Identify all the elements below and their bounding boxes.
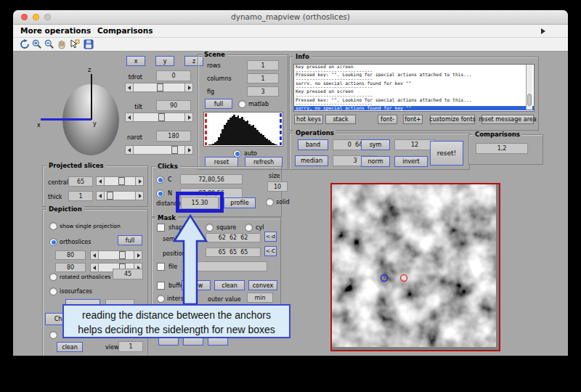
convex-button[interactable]: convex — [248, 280, 277, 290]
click-c-radio[interactable] — [156, 176, 164, 184]
view-number-field[interactable]: 1 — [118, 341, 143, 352]
high-threshold-marker[interactable] — [280, 113, 282, 145]
slider-thumb[interactable] — [118, 177, 125, 185]
profile-button[interactable]: profile — [224, 197, 256, 208]
font-smaller-button[interactable]: font- — [378, 115, 397, 124]
save-icon[interactable] — [84, 39, 94, 49]
reset-message-area-button[interactable]: reset message area — [482, 115, 534, 124]
orthoslices-radio[interactable] — [49, 238, 57, 246]
slider-thumb[interactable] — [158, 113, 165, 121]
narot-slider[interactable] — [125, 145, 193, 155]
size-field[interactable]: 10 — [267, 181, 288, 192]
zoom-out-icon[interactable] — [44, 39, 54, 49]
slider-left-arrow-icon[interactable] — [125, 113, 134, 122]
single-projection-radio[interactable] — [49, 222, 57, 230]
data-cursor-icon[interactable] — [70, 39, 80, 49]
axis-x-button[interactable]: x — [126, 56, 145, 66]
axis-y-button[interactable]: y — [155, 56, 174, 66]
cyl-radio[interactable] — [245, 224, 253, 232]
median-button[interactable]: median — [295, 155, 328, 166]
thick-slider[interactable] — [96, 191, 144, 200]
hot-keys-button[interactable]: hot keys — [294, 115, 323, 124]
norm-button[interactable]: norm — [361, 156, 390, 167]
slider-thumb[interactable] — [107, 192, 113, 200]
slider-left-arrow-icon[interactable] — [90, 263, 99, 272]
slider-right-arrow-icon[interactable] — [184, 145, 193, 155]
intersect-radio[interactable] — [157, 295, 165, 303]
thick-field[interactable]: 1 — [68, 191, 93, 201]
rows-field[interactable]: 1 — [247, 60, 279, 70]
rotate-3d-icon[interactable] — [20, 39, 30, 49]
slider-left-arrow-icon[interactable] — [125, 83, 134, 92]
copy-distance-button[interactable]: <-d — [264, 232, 277, 242]
sym-button[interactable]: sym — [361, 139, 390, 150]
zoom-in-icon[interactable] — [32, 39, 42, 49]
slider-left-arrow-icon[interactable] — [90, 250, 99, 260]
clean-view-button[interactable]: clean — [57, 342, 83, 352]
operations-reset-button[interactable]: reset! — [430, 141, 463, 166]
slider-track[interactable] — [134, 145, 184, 155]
map-view[interactable] — [330, 183, 500, 351]
slider-thumb[interactable] — [171, 146, 178, 154]
listbox-scrollbar[interactable] — [526, 65, 532, 110]
scene-reset-button[interactable]: reset — [205, 157, 238, 167]
low-threshold-marker[interactable] — [205, 113, 207, 145]
slider-right-arrow-icon[interactable] — [184, 113, 193, 122]
comparisons-field[interactable]: 1,2 — [476, 143, 528, 154]
solid-radio[interactable] — [266, 198, 274, 206]
mask-clean-button[interactable]: clean — [214, 280, 245, 290]
slider-track[interactable] — [99, 250, 134, 260]
slider-right-arrow-icon[interactable] — [135, 191, 144, 200]
slider-track[interactable] — [105, 191, 135, 200]
slider-track[interactable] — [134, 83, 184, 92]
slider-right-arrow-icon[interactable] — [184, 83, 193, 92]
file-checkbox[interactable] — [157, 263, 165, 271]
menu-overflow-icon[interactable] — [541, 28, 545, 34]
scene-refresh-button[interactable]: refresh — [245, 157, 283, 167]
depiction-full-button[interactable]: full — [118, 235, 142, 245]
slider-right-arrow-icon[interactable] — [134, 250, 142, 260]
message-listbox[interactable]: Key pressed on screen-------------------… — [293, 64, 535, 112]
central-slider[interactable] — [96, 176, 144, 186]
pan-hand-icon[interactable] — [57, 39, 67, 49]
slider-left-arrow-icon[interactable] — [96, 176, 105, 186]
columns-field[interactable]: 1 — [247, 73, 279, 83]
shape-checkbox[interactable] — [157, 224, 165, 232]
file-field[interactable] — [182, 261, 267, 271]
semiaxes-field[interactable]: 62 62 62 — [206, 233, 261, 242]
tdrot-slider[interactable] — [125, 83, 193, 92]
message-line[interactable]: sorry, no special actions found for key … — [294, 106, 534, 110]
slider-left-arrow-icon[interactable] — [96, 191, 105, 200]
slice-y-field[interactable]: 80 — [55, 263, 86, 272]
slider-right-arrow-icon[interactable] — [135, 176, 144, 186]
realtime-radio[interactable] — [49, 331, 57, 339]
slider-left-arrow-icon[interactable] — [125, 145, 134, 155]
click-c-field[interactable]: 72,80,56 — [180, 174, 243, 184]
tdrot-field[interactable]: 0 — [156, 70, 191, 81]
position-field[interactable]: 65 65 65 — [206, 248, 261, 257]
rotated-orthoslices-radio[interactable] — [49, 273, 57, 281]
slider-thumb[interactable] — [157, 83, 163, 91]
rotation-angle-field[interactable]: 45 — [113, 269, 143, 279]
isosurfaces-radio[interactable] — [49, 287, 57, 295]
invert-button[interactable]: invert — [394, 156, 428, 167]
central-field[interactable]: 65 — [68, 176, 93, 187]
square-radio[interactable] — [206, 224, 214, 232]
slice-x-field[interactable]: 80 — [55, 250, 86, 260]
scene-full-button[interactable]: full — [205, 99, 232, 109]
outer-value-field[interactable]: min — [247, 293, 273, 303]
copy-click-button[interactable]: <-C — [264, 246, 277, 256]
slider-track[interactable] — [134, 113, 184, 122]
slice-x-slider[interactable] — [90, 250, 142, 260]
title-bar[interactable]: dynamo_mapview (orthoslices) — [13, 10, 568, 25]
menu-comparisons[interactable]: Comparisons — [97, 26, 153, 35]
mask-view-button[interactable]: view — [182, 280, 211, 290]
slider-thumb[interactable] — [119, 251, 126, 259]
sym-field[interactable]: 12 — [394, 139, 435, 150]
narot-field[interactable]: 180 — [156, 131, 191, 142]
scrollbar-thumb[interactable] — [527, 94, 532, 106]
slider-track[interactable] — [105, 176, 135, 186]
buffer-checkbox[interactable] — [157, 282, 165, 290]
tilt-slider[interactable] — [125, 113, 193, 122]
click-n-radio[interactable] — [156, 189, 164, 197]
